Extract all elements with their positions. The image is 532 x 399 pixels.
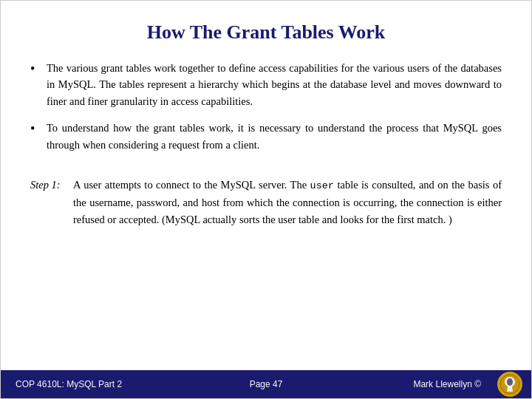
slide-content: How The Grant Tables Work • The various … [1,1,531,370]
step-label: Step 1: [30,177,73,193]
bullet-text-2: To understand how the grant tables work,… [47,120,502,153]
bullet-text-1: The various grant tables work together t… [47,60,502,109]
step-code: user [310,180,334,191]
footer-logo [497,372,524,397]
footer-center: Page 47 [250,379,283,389]
step-text: A user attempts to connect to the MySQL … [73,177,502,228]
step-section: Step 1: A user attempts to connect to th… [30,177,502,228]
slide-title: How The Grant Tables Work [30,21,502,44]
footer: COP 4610L: MySQL Part 2 Page 47 Mark Lle… [1,370,531,398]
logo-svg [499,374,520,395]
svg-point-1 [507,378,513,386]
bullet-item-2: • To understand how the grant tables wor… [30,120,502,153]
bullet-dot-1: • [30,60,44,78]
footer-right: Mark Llewellyn © [248,379,516,389]
step-indent: Step 1: A user attempts to connect to th… [30,177,502,228]
step-text-before: A user attempts to connect to the MySQL … [73,179,310,191]
logo-circle [497,372,522,397]
bullet-dot-2: • [30,120,44,138]
bullet-section-1: • The various grant tables work together… [30,60,502,163]
slide-container: How The Grant Tables Work • The various … [0,0,532,399]
footer-left: COP 4610L: MySQL Part 2 [16,379,248,389]
bullet-item-1: • The various grant tables work together… [30,60,502,109]
